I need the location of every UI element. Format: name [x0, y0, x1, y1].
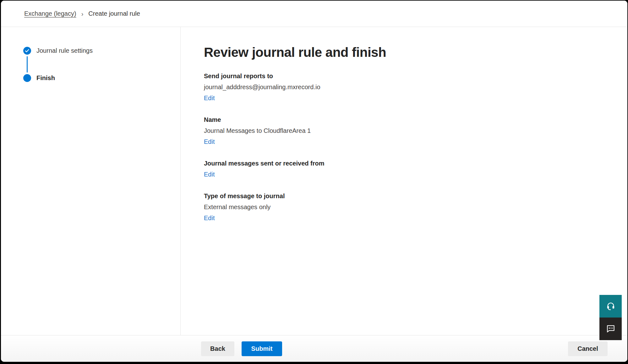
- main-content: Review journal rule and finish Send jour…: [181, 27, 627, 335]
- rule-name-value: Journal Messages to CloudflareArea 1: [204, 127, 615, 135]
- edit-name-link[interactable]: Edit: [204, 138, 215, 146]
- cancel-button[interactable]: Cancel: [568, 341, 608, 356]
- section-label: Name: [204, 116, 615, 124]
- section-label: Send journal reports to: [204, 72, 615, 80]
- step-label: Journal rule settings: [36, 47, 93, 54]
- top-bar: Exchange (legacy) › Create journal rule: [1, 1, 627, 27]
- floating-side-buttons: [599, 295, 622, 340]
- step-label: Finish: [36, 74, 55, 82]
- journal-report-address-value: journal_adddress@journaling.mxrecord.io: [204, 83, 615, 91]
- feedback-button[interactable]: [599, 318, 622, 340]
- step-connector: [27, 56, 28, 73]
- support-button[interactable]: [599, 295, 622, 318]
- breadcrumb-exchange-legacy[interactable]: Exchange (legacy): [24, 10, 76, 17]
- step-journal-rule-settings[interactable]: Journal rule settings: [23, 47, 180, 55]
- section-journal-messages-sent-or-received: Journal messages sent or received from E…: [204, 159, 615, 178]
- chat-icon: [605, 323, 616, 335]
- breadcrumb-chevron-icon: ›: [81, 11, 84, 17]
- edit-message-type-link[interactable]: Edit: [204, 214, 215, 222]
- submit-button[interactable]: Submit: [242, 341, 282, 356]
- section-label: Type of message to journal: [204, 192, 615, 200]
- content-row: Journal rule settings Finish Review jour…: [1, 27, 627, 335]
- edit-send-journal-reports-link[interactable]: Edit: [204, 94, 215, 102]
- breadcrumb-create-journal-rule: Create journal rule: [88, 10, 140, 17]
- message-type-value: External messages only: [204, 203, 615, 211]
- wizard-steps-panel: Journal rule settings Finish: [1, 27, 181, 335]
- breadcrumb: Exchange (legacy) › Create journal rule: [24, 10, 140, 17]
- footer-action-bar: Back Submit Cancel: [1, 335, 627, 362]
- review-sections: Send journal reports to journal_adddress…: [204, 72, 615, 222]
- section-send-journal-reports-to: Send journal reports to journal_adddress…: [204, 72, 615, 102]
- edit-scope-link[interactable]: Edit: [204, 170, 215, 178]
- step-current-dot-icon: [23, 74, 31, 82]
- page-title: Review journal rule and finish: [204, 45, 615, 60]
- back-button[interactable]: Back: [201, 341, 234, 356]
- step-finish[interactable]: Finish: [23, 74, 180, 82]
- section-label: Journal messages sent or received from: [204, 159, 615, 167]
- headset-icon: [606, 301, 616, 312]
- footer-left-buttons: Back Submit: [201, 341, 282, 356]
- section-type-of-message: Type of message to journal External mess…: [204, 192, 615, 222]
- step-completed-check-icon: [23, 47, 31, 55]
- section-name: Name Journal Messages to CloudflareArea …: [204, 116, 615, 146]
- app-window: Exchange (legacy) › Create journal rule …: [1, 1, 627, 362]
